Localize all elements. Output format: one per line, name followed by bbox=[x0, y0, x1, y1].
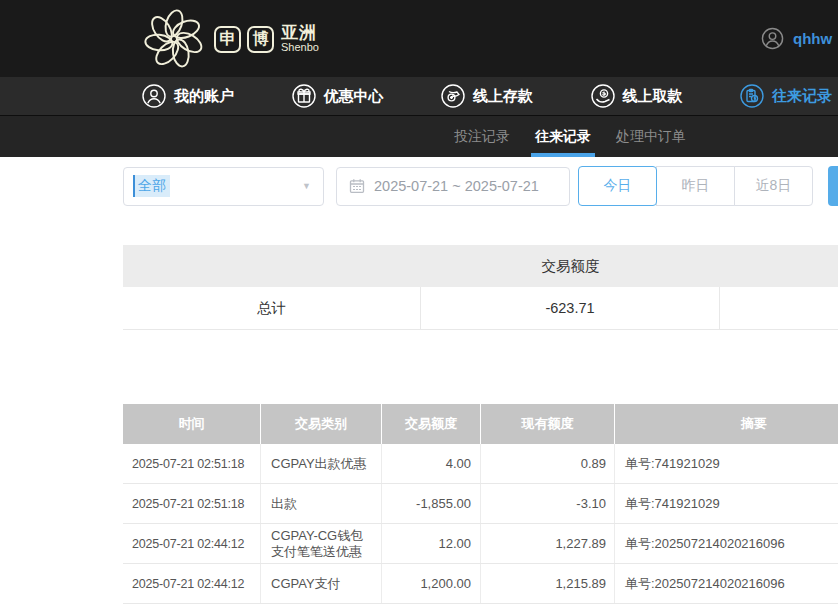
cell-amount: 12.00 bbox=[382, 524, 481, 563]
table-row: 2025-07-21 02:51:18 CGPAY出款优惠 4.00 0.89 … bbox=[123, 444, 838, 484]
column-header-time: 时间 bbox=[123, 404, 261, 444]
logo-characters: 申 博 bbox=[214, 26, 274, 53]
filter-bar: 全部 ▼ 2025-07-21 ~ 2025-07-21 今日 昨日 近8日 bbox=[123, 166, 813, 206]
tab-transaction-records[interactable]: 往来记录 bbox=[533, 116, 593, 157]
nav-label: 线上存款 bbox=[473, 87, 533, 106]
query-button[interactable] bbox=[828, 166, 838, 206]
records-table: 时间 交易类别 交易额度 现有额度 摘要 2025-07-21 02:51:18… bbox=[123, 404, 838, 604]
summary-total-row: 总计 -623.71 bbox=[123, 287, 838, 330]
username[interactable]: qhhw bbox=[793, 30, 832, 47]
cell-summary: 单号:202507214020216096 bbox=[615, 564, 838, 603]
cell-type: CGPAY-CG钱包支付笔笔送优惠 bbox=[261, 524, 382, 563]
deposit-icon bbox=[441, 84, 465, 108]
column-header-type: 交易类别 bbox=[261, 404, 382, 444]
logo-region-block: 亚洲 Shenbo bbox=[281, 24, 319, 53]
logo-subtitle: Shenbo bbox=[281, 42, 319, 54]
site-logo[interactable]: 申 博 亚洲 Shenbo bbox=[143, 8, 319, 70]
content-area: 全部 ▼ 2025-07-21 ~ 2025-07-21 今日 昨日 近8日 交… bbox=[0, 157, 838, 605]
cell-type: CGPAY出款优惠 bbox=[261, 444, 382, 483]
records-table-header-row: 时间 交易类别 交易额度 现有额度 摘要 bbox=[123, 404, 838, 444]
cell-summary: 单号:202507214020216096 bbox=[615, 524, 838, 563]
cell-type: CGPAY支付 bbox=[261, 564, 382, 603]
tab-processing-orders[interactable]: 处理中订单 bbox=[614, 116, 688, 157]
last-8-days-button[interactable]: 近8日 bbox=[734, 166, 813, 206]
nav-label: 往来记录 bbox=[772, 87, 832, 106]
main-nav: 我的账户 优惠中心 线上存款 线上取款 bbox=[0, 77, 838, 116]
flower-logo-icon bbox=[143, 8, 205, 70]
top-header: 申 博 亚洲 Shenbo qhhw bbox=[0, 0, 838, 77]
column-header-balance: 现有额度 bbox=[481, 404, 615, 444]
nav-item-withdraw[interactable]: 线上取款 bbox=[591, 84, 683, 108]
summary-table: 交易额度 总计 -623.71 bbox=[123, 245, 838, 330]
nav-item-promotions[interactable]: 优惠中心 bbox=[292, 84, 384, 108]
cell-time: 2025-07-21 02:51:18 bbox=[123, 484, 261, 523]
cell-amount: -1,855.00 bbox=[382, 484, 481, 523]
cell-amount: 1,200.00 bbox=[382, 564, 481, 603]
quick-date-button-group: 今日 昨日 近8日 bbox=[578, 166, 813, 206]
calendar-icon bbox=[349, 178, 365, 194]
records-table-body: 2025-07-21 02:51:18 CGPAY出款优惠 4.00 0.89 … bbox=[123, 444, 838, 604]
subnav: 投注记录 往来记录 处理中订单 bbox=[0, 116, 838, 157]
summary-table-header: 交易额度 bbox=[123, 245, 838, 287]
column-header-amount: 交易额度 bbox=[382, 404, 481, 444]
nav-item-my-account[interactable]: 我的账户 bbox=[142, 84, 234, 108]
summary-total-value: -623.71 bbox=[421, 287, 720, 329]
chevron-down-icon: ▼ bbox=[302, 181, 311, 191]
category-select-value: 全部 bbox=[133, 175, 170, 197]
table-row: 2025-07-21 02:44:12 CGPAY支付 1,200.00 1,2… bbox=[123, 564, 838, 604]
cell-time: 2025-07-21 02:44:12 bbox=[123, 564, 261, 603]
cell-balance: -3.10 bbox=[481, 484, 615, 523]
category-select[interactable]: 全部 ▼ bbox=[123, 167, 324, 206]
withdraw-icon bbox=[591, 84, 615, 108]
table-row: 2025-07-21 02:51:18 出款 -1,855.00 -3.10 单… bbox=[123, 484, 838, 524]
today-button[interactable]: 今日 bbox=[578, 166, 657, 206]
nav-label: 线上取款 bbox=[623, 87, 683, 106]
date-range-input[interactable]: 2025-07-21 ~ 2025-07-21 bbox=[336, 167, 570, 206]
summary-total-label: 总计 bbox=[123, 287, 421, 329]
logo-char-bo: 博 bbox=[247, 26, 274, 53]
cell-amount: 4.00 bbox=[382, 444, 481, 483]
cell-balance: 0.89 bbox=[481, 444, 615, 483]
nav-label: 我的账户 bbox=[174, 87, 234, 106]
tab-betting-records[interactable]: 投注记录 bbox=[452, 116, 512, 157]
date-range-value: 2025-07-21 ~ 2025-07-21 bbox=[374, 178, 539, 194]
account-icon bbox=[142, 84, 166, 108]
avatar-icon bbox=[761, 27, 784, 50]
cell-summary: 单号:741921029 bbox=[615, 444, 838, 483]
cell-summary: 单号:741921029 bbox=[615, 484, 838, 523]
cell-type: 出款 bbox=[261, 484, 382, 523]
cell-balance: 1,227.89 bbox=[481, 524, 615, 563]
column-header-summary: 摘要 bbox=[615, 404, 838, 444]
yesterday-button[interactable]: 昨日 bbox=[656, 166, 735, 206]
nav-label: 优惠中心 bbox=[324, 87, 384, 106]
nav-item-deposit[interactable]: 线上存款 bbox=[441, 84, 533, 108]
summary-header-amount: 交易额度 bbox=[421, 257, 720, 276]
cell-time: 2025-07-21 02:44:12 bbox=[123, 524, 261, 563]
logo-region: 亚洲 bbox=[281, 24, 319, 42]
logo-char-shen: 申 bbox=[214, 26, 241, 53]
user-block[interactable]: qhhw bbox=[761, 27, 832, 50]
promo-icon bbox=[292, 84, 316, 108]
table-row: 2025-07-21 02:44:12 CGPAY-CG钱包支付笔笔送优惠 12… bbox=[123, 524, 838, 564]
records-icon bbox=[740, 84, 764, 108]
nav-item-records[interactable]: 往来记录 bbox=[740, 84, 832, 108]
cell-time: 2025-07-21 02:51:18 bbox=[123, 444, 261, 483]
cell-balance: 1,215.89 bbox=[481, 564, 615, 603]
